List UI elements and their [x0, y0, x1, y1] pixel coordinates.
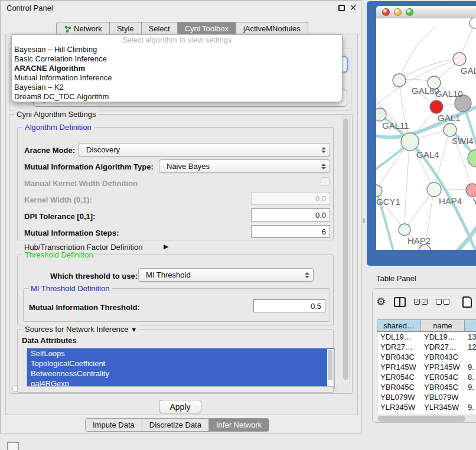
algorithm-option[interactable]: ARACNE Algorithm — [12, 64, 342, 73]
columns-icon[interactable] — [394, 297, 406, 307]
table-header-row: shared…name — [377, 319, 476, 332]
aracne-mode-combo[interactable]: Discovery — [79, 143, 330, 156]
combo-arrows-icon — [305, 272, 309, 278]
dpi-tolerance-field[interactable]: 0.0 — [251, 208, 330, 221]
node-label: GAL — [461, 66, 476, 76]
apply-button[interactable]: Apply — [159, 400, 201, 413]
minimize-traffic-light-icon[interactable] — [394, 8, 402, 16]
float-panel-icon[interactable] — [338, 5, 345, 11]
table-row[interactable]: YPR145WYPR145W9. — [377, 362, 476, 372]
table-row[interactable]: YBR045CYBR045C9. — [377, 382, 476, 392]
close-icon[interactable]: ✕ — [350, 3, 357, 12]
table-cell: 12 — [465, 343, 476, 351]
table-cell: YDR27… — [421, 343, 465, 351]
table-row[interactable]: YDL19…YDL19…13 — [377, 332, 476, 342]
network-edge[interactable] — [405, 190, 434, 230]
column-header[interactable] — [465, 320, 476, 331]
network-edge[interactable] — [405, 142, 410, 230]
node-label: GCY1 — [376, 197, 400, 207]
network-edge[interactable] — [434, 130, 450, 190]
table-cell: YPR145W — [377, 363, 421, 371]
network-node[interactable] — [470, 18, 476, 28]
network-node[interactable] — [393, 74, 406, 87]
network-node[interactable] — [376, 185, 382, 197]
node-label: GAL10 — [435, 89, 463, 99]
network-node[interactable] — [376, 108, 386, 121]
tab-cyni-toolbox[interactable]: Cyni Toolbox — [177, 22, 236, 35]
table-row[interactable]: YBR043CYBR043C — [377, 352, 476, 362]
column-header[interactable]: shared… — [377, 320, 421, 331]
deselect-all-icon[interactable] — [436, 299, 449, 305]
mi-steps-field[interactable]: 6 — [251, 225, 330, 238]
network-edge[interactable] — [399, 27, 436, 80]
network-node[interactable] — [466, 184, 476, 197]
table-row[interactable]: YER054CYER054C8. — [377, 372, 476, 382]
mi-steps-value: 6 — [322, 227, 326, 236]
algorithm-option[interactable]: Bayesian – K2 — [12, 83, 342, 92]
tab-label: Infer Network — [216, 420, 262, 429]
network-node[interactable] — [427, 182, 441, 197]
tab-jactivemnodules[interactable]: jActiveMNodules — [236, 22, 308, 35]
column-header[interactable]: name — [421, 320, 465, 331]
table-row[interactable]: YDR27…YDR27…12 — [377, 342, 476, 352]
unchecked-box-icon — [436, 299, 442, 305]
algorithm-option[interactable]: Dream8 DC_TDC Algorithm — [12, 92, 342, 102]
table-row[interactable]: YIL052CYIL052C8 — [377, 412, 476, 414]
tab-label: Select — [149, 24, 170, 33]
kernel-width-field[interactable]: 0.0 — [251, 192, 330, 205]
algorithm-option[interactable]: Mutual Information Inference — [12, 73, 342, 83]
network-edge[interactable] — [376, 59, 459, 107]
panel-splitter-handle[interactable] — [363, 218, 365, 223]
tab-network[interactable]: Network — [57, 22, 109, 35]
table-body: YDL19…YDL19…13YDR27…YDR27…12YBR043CYBR04… — [377, 332, 476, 414]
network-node[interactable] — [468, 149, 476, 167]
network-window-titlebar[interactable] — [376, 6, 476, 18]
attribute-item[interactable]: gal4RGexp — [27, 379, 334, 387]
tab-impute-data[interactable]: Impute Data — [86, 419, 142, 431]
tab-select[interactable]: Select — [141, 22, 177, 35]
combo-arrows-icon — [321, 147, 326, 153]
algorithm-option[interactable]: Basic Correlation Inference — [12, 54, 342, 64]
zoom-traffic-light-icon[interactable] — [406, 8, 413, 16]
attributes-scrollbar[interactable] — [327, 349, 334, 387]
which-threshold-combo[interactable]: MI Threshold — [138, 268, 314, 282]
table-row[interactable]: YLR345WYLR345W9. — [377, 402, 476, 412]
minimized-panel-icon[interactable] — [7, 442, 19, 450]
mi-steps-label: Mutual Information Steps: — [24, 229, 119, 237]
table-cell: 8. — [465, 373, 476, 381]
network-node[interactable] — [399, 224, 410, 236]
close-traffic-light-icon[interactable] — [382, 8, 390, 16]
mi-type-combo[interactable]: Naive Bayes — [159, 159, 330, 173]
table-horizontal-scrollbar[interactable] — [377, 415, 476, 422]
table-mode-icon[interactable] — [462, 296, 472, 308]
gear-icon[interactable]: ⚙ — [376, 296, 386, 307]
network-node[interactable] — [444, 123, 457, 136]
network-node[interactable] — [430, 100, 443, 113]
tab-style[interactable]: Style — [109, 22, 141, 35]
attribute-item[interactable]: BetweennessCentrality — [27, 369, 334, 379]
table-toolbar: ⚙ ✓ ✓ — [376, 294, 476, 310]
collapse-arrow-icon[interactable]: ▼ — [131, 326, 137, 333]
aracne-mode-value: Discovery — [86, 145, 120, 154]
network-node[interactable] — [453, 53, 466, 66]
tab-discretize-data[interactable]: Discretize Data — [142, 419, 208, 431]
node-label: GAL1 — [438, 113, 460, 123]
attribute-item[interactable]: TopologicalCoefficient — [27, 358, 334, 369]
network-window[interactable]: GALGAL80GAL10GAL1GAL11SWI4GAL4GCY1HAP4YH… — [367, 1, 476, 266]
algorithm-definition-title: Algorithm Definition — [22, 123, 94, 132]
tab-infer-network[interactable]: Infer Network — [208, 419, 269, 431]
mi-threshold-field[interactable]: 0.5 — [253, 299, 325, 312]
manual-kernel-checkbox[interactable] — [321, 177, 330, 186]
network-canvas[interactable]: GALGAL80GAL10GAL1GAL11SWI4GAL4GCY1HAP4YH… — [376, 18, 476, 250]
select-all-icon[interactable]: ✓ ✓ — [414, 299, 428, 305]
expand-arrow-icon[interactable]: ▶ — [164, 243, 168, 250]
network-node[interactable] — [401, 133, 419, 151]
checked-box-icon: ✓ — [414, 299, 420, 305]
table-row[interactable]: YBL079WYBL079W — [377, 392, 476, 402]
mi-type-value: Naive Bayes — [167, 162, 210, 171]
settings-vertical-scrollbar[interactable] — [342, 116, 350, 383]
attribute-item[interactable]: SelfLoops — [27, 348, 334, 358]
table-cell: YBR043C — [377, 353, 421, 361]
algorithm-option[interactable]: Bayesian – Hill Climbing — [12, 45, 342, 54]
tab-label: Discretize Data — [149, 420, 201, 429]
